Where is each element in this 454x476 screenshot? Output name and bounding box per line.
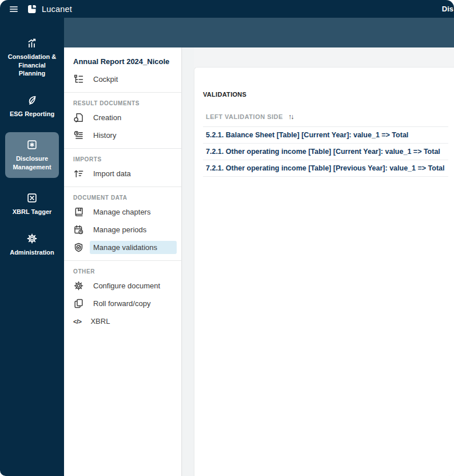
divider: [64, 92, 181, 93]
sidebar-item-label: Consolidation & Financial Planning: [5, 53, 59, 78]
logo-glyph: [27, 4, 37, 14]
tree-icon: [73, 74, 84, 85]
hamburger-menu-icon[interactable]: [10, 6, 18, 12]
nav-item-label: Import data: [90, 167, 134, 180]
document-nav-panel: Annual Report 2024_Nicole Cockpit RE: [64, 47, 182, 476]
section-header: OTHER: [64, 265, 181, 277]
nav-item-manage-chapters[interactable]: Manage chapters: [64, 203, 181, 221]
table-header-row: LEFT VALIDATION SIDE ↑↓: [203, 110, 448, 127]
nav-item-creation[interactable]: Creation: [64, 109, 181, 126]
nav-item-xbrl[interactable]: </> XBRL: [64, 312, 181, 330]
document-header-bar: [64, 18, 454, 47]
divider: [64, 148, 181, 149]
divider: [64, 187, 181, 187]
book-icon: [73, 207, 84, 217]
sidebar-item-label: ESG Reporting: [10, 110, 54, 118]
copy-icon: [73, 298, 84, 309]
validations-heading: VALIDATIONS: [203, 91, 448, 98]
table-row[interactable]: 7.2.1. Other operating income [Table] [C…: [203, 144, 448, 160]
nav-item-label: Cockpit: [90, 73, 121, 86]
calendar-clock-icon: [73, 224, 84, 235]
panel-gutter: [182, 47, 194, 476]
gear-icon: [73, 280, 84, 291]
module-rail: Consolidation & Financial Planning ESG R…: [0, 18, 64, 476]
nav-item-label: Creation: [90, 111, 125, 124]
nav-item-manage-periods[interactable]: Manage periods: [64, 221, 181, 239]
divider: [64, 260, 181, 261]
table-row[interactable]: 5.2.1. Balance Sheet [Table] [Current Ye…: [203, 127, 448, 144]
top-bar: Lucanet Dis: [0, 0, 454, 18]
brand-name: Lucanet: [42, 5, 72, 14]
app-window: Lucanet Dis Consolidation & Financial Pl…: [0, 0, 454, 476]
sort-arrows-icon[interactable]: ↑↓: [288, 113, 296, 121]
nav-item-label: Manage validations: [90, 241, 177, 254]
nav-item-label: Configure document: [90, 279, 164, 292]
validations-table: LEFT VALIDATION SIDE ↑↓ 5.2.1. Balance S…: [203, 110, 448, 177]
shield-check-icon: [73, 242, 84, 253]
validations-card: VALIDATIONS LEFT VALIDATION SIDE ↑↓ 5.2.…: [194, 67, 454, 476]
section-header: RESULT DOCUMENTS: [64, 97, 181, 109]
nav-item-label: Manage chapters: [90, 205, 154, 219]
gear-icon: [26, 233, 38, 244]
nav-item-label: History: [90, 129, 120, 142]
sidebar-item-consolidation[interactable]: Consolidation & Financial Planning: [3, 35, 61, 80]
nav-item-configure-document[interactable]: Configure document: [64, 277, 181, 295]
nav-item-label: Roll forward/copy: [90, 297, 154, 310]
code-icon: </>: [73, 316, 81, 327]
leaf-icon: [26, 94, 38, 106]
sidebar-item-label: XBRL Tagger: [13, 208, 52, 216]
section-header: IMPORTS: [64, 153, 181, 165]
nav-item-label: Manage periods: [90, 223, 150, 236]
page-title: Dis: [442, 5, 453, 13]
import-arrow-icon: [73, 168, 84, 179]
document-create-icon: [73, 112, 84, 123]
bar-chart-icon: [26, 37, 38, 49]
sidebar-item-esg-reporting[interactable]: ESG Reporting: [3, 92, 61, 121]
sidebar-item-label: Administration: [10, 248, 54, 257]
document-history-icon: [73, 130, 84, 141]
section-header: DOCUMENT DATA: [64, 191, 181, 203]
column-header-left-validation-side: LEFT VALIDATION SIDE: [206, 113, 283, 120]
sidebar-item-xbrl-tagger[interactable]: XBRL Tagger: [3, 190, 61, 219]
main-content: VALIDATIONS LEFT VALIDATION SIDE ↑↓ 5.2.…: [182, 47, 454, 476]
framed-star-icon: [26, 139, 38, 150]
nav-item-import-data[interactable]: Import data: [64, 165, 181, 183]
document-title: Annual Report 2024_Nicole: [64, 57, 181, 66]
sidebar-item-label: Disclosure Management: [6, 154, 58, 171]
nav-item-cockpit[interactable]: Cockpit: [64, 70, 181, 88]
table-row[interactable]: 7.2.1. Other operating income [Table] [P…: [203, 160, 448, 177]
nav-item-label: XBRL: [87, 315, 113, 328]
nav-item-history[interactable]: History: [64, 126, 181, 144]
lucanet-logo: Lucanet: [27, 4, 72, 14]
sidebar-item-administration[interactable]: Administration: [3, 231, 61, 259]
framed-x-icon: [26, 192, 38, 204]
sidebar-item-disclosure-management[interactable]: Disclosure Management: [5, 132, 59, 178]
nav-item-roll-forward-copy[interactable]: Roll forward/copy: [64, 295, 181, 312]
nav-item-manage-validations[interactable]: Manage validations: [64, 239, 181, 256]
